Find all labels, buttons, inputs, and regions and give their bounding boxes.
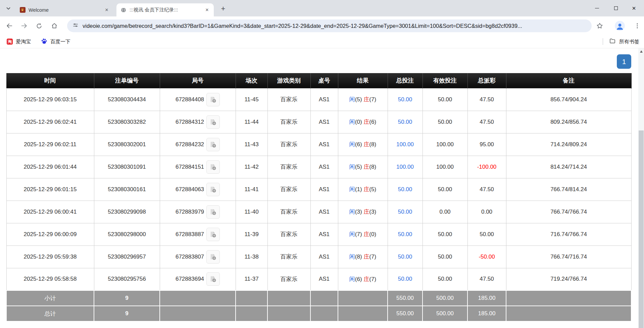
valid-bet-cell: 50.00 <box>423 245 467 268</box>
tab-close-icon[interactable]: ✕ <box>103 7 110 13</box>
scrollbar-thumb[interactable] <box>639 130 644 328</box>
payout-cell: 0.00 <box>467 201 506 223</box>
video-replay-icon[interactable] <box>206 183 220 196</box>
total-bet-link[interactable]: 50.00 <box>398 276 412 282</box>
browser-menu-icon[interactable] <box>632 20 643 32</box>
table-row: 2025-12-29 06:02:11523080302001672884232… <box>6 133 631 156</box>
total-bet-link[interactable]: 50.00 <box>398 186 412 193</box>
subtotal-row: 小计9550.00500.00185.00 <box>6 290 631 306</box>
remark-cell: 814.24/714.24 <box>506 156 631 178</box>
video-replay-icon[interactable] <box>206 205 220 219</box>
video-replay-icon[interactable] <box>206 272 220 286</box>
total-bet-link[interactable]: 50.00 <box>398 209 412 215</box>
welcome-favicon-icon: ♛ <box>19 7 26 13</box>
tab-title: Welcome <box>29 7 101 13</box>
tab-betrecord[interactable]: :::视讯 会员下注纪录::: ✕ <box>116 3 214 16</box>
table-row: 2025-12-29 06:02:41523080303282672884312… <box>6 111 631 133</box>
window-close-button[interactable]: ✕ <box>626 0 642 16</box>
time-cell: 2025-12-29 06:01:15 <box>6 178 94 201</box>
round-cell: 672884408 <box>160 88 236 111</box>
video-replay-icon[interactable] <box>206 250 220 264</box>
time-cell: 2025-12-29 06:01:44 <box>6 156 94 178</box>
site-info-icon[interactable] <box>72 22 79 30</box>
column-header: 有效投注 <box>423 73 467 88</box>
reload-button[interactable] <box>33 20 45 32</box>
time-cell: 2025-12-29 06:00:09 <box>6 223 94 245</box>
bet-id-cell: 523080299098 <box>94 201 160 223</box>
back-button[interactable] <box>3 20 15 32</box>
column-header: 游戏类别 <box>267 73 310 88</box>
total-bet-link[interactable]: 50.00 <box>398 231 412 237</box>
tab-title: :::视讯 会员下注纪录::: <box>130 7 201 13</box>
video-replay-icon[interactable] <box>206 228 220 241</box>
column-header: 桌号 <box>310 73 338 88</box>
total-bet-link[interactable]: 50.00 <box>398 254 412 260</box>
bookmark-taobao[interactable]: 淘 爱淘宝 <box>7 39 31 45</box>
column-header: 场次 <box>236 73 267 88</box>
bet-id-cell: 523080296957 <box>94 245 160 268</box>
url-text: videoie.com/game/betrecord_search/kind3?… <box>83 23 586 29</box>
total-bet-link[interactable]: 100.00 <box>396 141 414 148</box>
window-maximize-button[interactable] <box>608 0 624 16</box>
player-label: 闲 <box>349 209 355 215</box>
round-cell: 672883694 <box>160 268 236 290</box>
table-row: 2025-12-29 06:01:44523080301091672884151… <box>6 156 631 178</box>
banker-label: 庄 <box>363 141 369 148</box>
bet-record-table: 时间注单编号局号场次游戏类别桌号结果总投注有效投注总派彩备注 2025-12-2… <box>6 73 632 322</box>
video-replay-icon[interactable] <box>206 160 220 174</box>
result-cell: 闲(7) 庄(0) <box>338 223 388 245</box>
payout-cell: 47.50 <box>467 268 506 290</box>
footer-empty-cell <box>506 290 631 306</box>
folder-icon <box>609 38 616 46</box>
tab-welcome[interactable]: ♛ Welcome ✕ <box>15 3 113 16</box>
bet-id-cell: 523080301091 <box>94 156 160 178</box>
remark-cell: 719.24/766.74 <box>506 268 631 290</box>
footer-empty-cell <box>506 306 631 321</box>
video-replay-icon[interactable] <box>206 93 220 106</box>
player-label: 闲 <box>349 141 355 148</box>
new-tab-button[interactable]: + <box>219 4 228 13</box>
total-bet-link[interactable]: 50.00 <box>398 119 412 125</box>
footer-payout-cell: 185.00 <box>467 306 506 321</box>
total-bet-cell: 50.00 <box>388 178 423 201</box>
total-bet-cell: 50.00 <box>388 223 423 245</box>
minimize-icon <box>595 8 599 8</box>
round-cell: 672884232 <box>160 133 236 156</box>
session-cell: 11-41 <box>236 178 267 201</box>
video-replay-icon[interactable] <box>206 115 220 129</box>
all-bookmarks-button[interactable]: 所有书签 <box>603 35 639 48</box>
vertical-scrollbar[interactable] <box>638 48 644 328</box>
scroll-up-arrow-icon[interactable] <box>638 50 644 53</box>
browser-window: ♛ Welcome ✕ :::视讯 会员下注纪录::: ✕ + ✕ <box>0 0 644 328</box>
tab-close-icon[interactable]: ✕ <box>204 7 210 13</box>
url-bar[interactable]: videoie.com/game/betrecord_search/kind3?… <box>67 19 592 32</box>
table-no-cell: AS1 <box>310 178 338 201</box>
baidu-paw-icon <box>41 38 47 46</box>
round-number: 672883807 <box>176 254 204 260</box>
valid-bet-cell: 50.00 <box>423 111 467 133</box>
total-bet-link[interactable]: 50.00 <box>398 96 412 103</box>
table-no-cell: AS1 <box>310 245 338 268</box>
valid-bet-cell: 100.00 <box>423 133 467 156</box>
round-cell: 672884063 <box>160 178 236 201</box>
footer-valid-bet-cell: 500.00 <box>423 306 467 321</box>
window-minimize-button[interactable] <box>589 0 605 16</box>
remark-cell: 716.74/766.74 <box>506 223 631 245</box>
tab-search-chevron-icon[interactable] <box>5 5 12 12</box>
bookmark-baidu[interactable]: 百度一下 <box>41 38 70 46</box>
forward-button[interactable] <box>18 20 30 32</box>
bookmark-star-icon[interactable] <box>594 20 605 32</box>
profile-avatar[interactable] <box>614 20 626 32</box>
home-button[interactable] <box>48 20 60 32</box>
game-type-cell: 百家乐 <box>267 268 310 290</box>
bet-id-cell: 523080298000 <box>94 223 160 245</box>
pagination-page-button[interactable]: 1 <box>617 54 631 69</box>
round-number: 672884408 <box>176 96 204 103</box>
column-header: 时间 <box>6 73 94 88</box>
payout-cell: 47.50 <box>467 178 506 201</box>
banker-label: 庄 <box>363 164 369 170</box>
round-cell: 672883807 <box>160 245 236 268</box>
result-cell: 闲(6) 庄(7) <box>338 268 388 290</box>
total-bet-link[interactable]: 100.00 <box>396 164 414 170</box>
video-replay-icon[interactable] <box>206 138 220 151</box>
